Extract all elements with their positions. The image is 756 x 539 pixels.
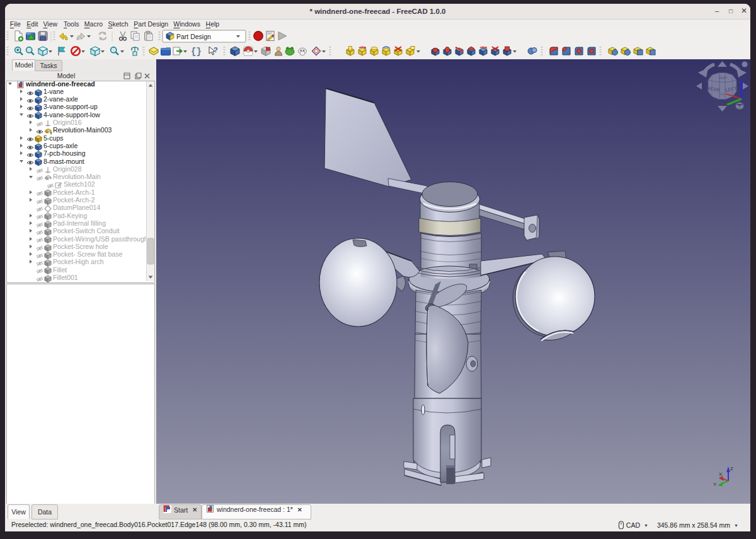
- svg-text:Z: Z: [730, 466, 733, 472]
- svg-text:Y: Y: [713, 482, 717, 487]
- svg-text:X: X: [719, 472, 723, 477]
- svg-text:{}: {}: [191, 47, 202, 57]
- svg-text:Part Design: Part Design: [176, 33, 211, 40]
- svg-text:?: ?: [214, 46, 218, 54]
